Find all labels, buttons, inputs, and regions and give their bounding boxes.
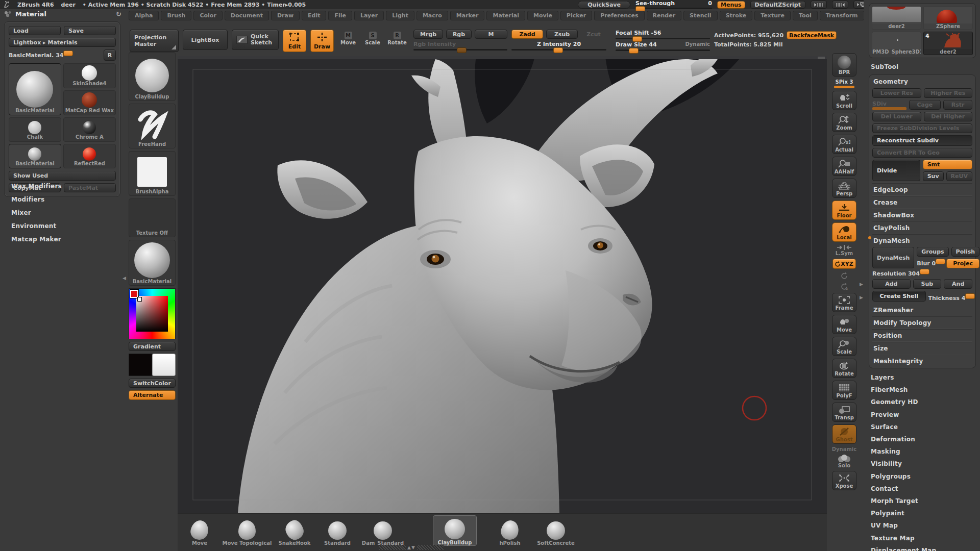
ghost-button[interactable]: Ghost (832, 424, 856, 444)
menu-item-render[interactable]: Render (647, 11, 682, 20)
menu-item-movie[interactable]: Movie (527, 11, 558, 20)
suv-button[interactable]: Suv (923, 171, 944, 181)
menu-item-macro[interactable]: Macro (416, 11, 448, 20)
zadd-button[interactable]: Zadd (511, 30, 543, 39)
menu-item-brush[interactable]: Brush (161, 11, 191, 20)
focal-shift-slider[interactable]: Focal Shift -56 (616, 30, 710, 39)
projection-master-button[interactable]: Projection Master (130, 30, 179, 52)
groups-button[interactable]: Groups (917, 247, 948, 257)
edit-button[interactable]: Edit (283, 30, 306, 52)
material-palette-header[interactable]: Material ↻ (4, 10, 121, 18)
section-environment[interactable]: Environment (4, 219, 120, 233)
geometry-header[interactable]: Geometry (872, 78, 972, 86)
current-brush-button[interactable]: ClayBuildup (129, 52, 176, 101)
load-material-button[interactable]: Load (9, 26, 61, 35)
project-button[interactable]: Projec (946, 259, 979, 268)
mrgb-button[interactable]: Mrgb (413, 30, 443, 39)
scroll-button[interactable]: Scroll (832, 91, 856, 110)
menu-item-edit[interactable]: Edit (302, 11, 326, 20)
brush-thumb-move-topological[interactable]: Move Topological (226, 517, 268, 546)
menu-item-picker[interactable]: Picker (560, 11, 592, 20)
zcut-button[interactable]: Zcut (581, 30, 606, 39)
brush-thumb-move[interactable]: Move (183, 517, 216, 546)
local-button[interactable]: Local (832, 222, 856, 242)
menu-item-layer[interactable]: Layer (354, 11, 384, 20)
edgeloop-subsection[interactable]: EdgeLoop (872, 183, 972, 194)
menu-item-preferences[interactable]: Preferences (594, 11, 644, 20)
document-canvas[interactable] (178, 56, 827, 513)
section-uv-map[interactable]: UV Map (869, 519, 976, 532)
left-gutter-collapse-arrow[interactable]: ◀ (122, 276, 126, 281)
material-thumb-chrome-a[interactable]: Chrome A (63, 117, 116, 142)
persp-button[interactable]: Persp (832, 179, 856, 198)
section-mixer[interactable]: Mixer (4, 206, 120, 219)
rotate-button[interactable]: RRotate (387, 30, 407, 45)
save-material-button[interactable]: Save (64, 26, 116, 35)
convert-bpr-button[interactable]: Convert BPR To Geo (872, 148, 972, 158)
lightbox-materials-button[interactable]: Lightbox ▸ Materials (9, 38, 116, 47)
divide-button[interactable]: Divide (872, 160, 920, 181)
shadowbox-subsection[interactable]: ShadowBox (872, 209, 972, 219)
brush-thumb-snakehook[interactable]: SnakeHook (278, 517, 311, 546)
rotate-y-icon[interactable] (840, 271, 849, 280)
quick-sketch-button[interactable]: Quick Sketch (232, 30, 279, 50)
color-swatches[interactable] (129, 354, 176, 376)
section-displacement-map[interactable]: Displacement Map (869, 544, 976, 551)
zsub-button[interactable]: Zsub (546, 30, 578, 39)
del-lower-button[interactable]: Del Lower (872, 112, 921, 121)
tool-thumb-deer2-selected[interactable]: 4 deer2 (923, 32, 973, 55)
del-higher-button[interactable]: Del Higher (924, 112, 973, 121)
blur-slider[interactable]: Blur 0 (917, 260, 944, 267)
menu-item-color[interactable]: Color (193, 11, 222, 20)
rotate-3d-button[interactable]: Rotate (832, 359, 856, 378)
section-polypaint[interactable]: Polypaint (869, 507, 976, 519)
brush-thumb-hpolish[interactable]: hPolish (493, 517, 527, 546)
lightbox-button[interactable]: LightBox (183, 30, 228, 50)
secondary-color-swatch[interactable] (152, 354, 176, 376)
rgb-intensity-slider[interactable]: Rgb Intensity (413, 41, 507, 51)
higher-res-button[interactable]: Higher Res (924, 88, 973, 98)
actual-size-button[interactable]: x1Actual (832, 135, 856, 154)
menu-item-transform[interactable]: Transform (820, 11, 864, 20)
section-surface[interactable]: Surface (869, 421, 976, 433)
rgb-button[interactable]: Rgb (446, 30, 472, 39)
menu-item-alpha[interactable]: Alpha (129, 11, 159, 20)
xyz-symmetry-button[interactable]: XYZ (832, 259, 856, 269)
polyframe-button[interactable]: PolyF (832, 381, 856, 400)
cage-button[interactable]: Cage (909, 100, 941, 110)
section-modifiers[interactable]: Modifiers (4, 193, 120, 206)
menu-item-light[interactable]: Light (386, 11, 414, 20)
brush-thumb-softconcrete[interactable]: SoftConcrete (536, 517, 576, 546)
scale-button[interactable]: SScale (362, 30, 383, 45)
solo-button[interactable]: Solo (837, 455, 852, 468)
create-shell-button[interactable]: Create Shell (872, 291, 926, 302)
move-3d-button[interactable]: Move (832, 315, 856, 334)
meshintegrity-subsection[interactable]: MeshIntegrity (872, 355, 972, 365)
sub-button[interactable]: Sub (913, 279, 942, 289)
default-zscript-button[interactable]: DefaultZScript (750, 1, 805, 9)
claypolish-subsection[interactable]: ClayPolish (872, 221, 972, 232)
refresh-icon[interactable]: ↻ (116, 10, 121, 18)
scale-3d-button[interactable]: Scale (832, 337, 856, 356)
menu-item-marker[interactable]: Marker (450, 11, 485, 20)
current-material-slider[interactable]: BasicMaterial. 34 R (9, 49, 116, 61)
current-material-button[interactable]: BasicMaterial (129, 240, 176, 286)
rotate-z-icon[interactable]: z (840, 282, 849, 290)
shelf-collapse-right-button[interactable] (832, 1, 848, 9)
lower-res-button[interactable]: Lower Res (872, 88, 921, 98)
gradient-button[interactable]: Gradient (129, 342, 176, 351)
transparency-button[interactable]: Transp (832, 403, 856, 422)
current-alpha-button[interactable]: BrushAlpha (129, 151, 176, 196)
backface-mask-button[interactable]: BackfaceMask (787, 31, 837, 39)
draw-size-slider[interactable]: Draw Size 44Dynamic (616, 41, 710, 51)
menu-item-material[interactable]: Material (486, 11, 525, 20)
draw-button[interactable]: Draw (310, 30, 334, 52)
section-fibermesh[interactable]: FiberMesh (869, 384, 976, 396)
xpose-button[interactable]: Xpose (832, 471, 856, 490)
position-subsection[interactable]: Position (872, 329, 972, 340)
subtool-section-header[interactable]: SubTool (869, 58, 976, 72)
material-thumb-chalk[interactable]: Chalk (9, 117, 61, 142)
dynamesh-subsection[interactable]: DynaMesh (872, 234, 972, 245)
brush-thumb-dam-standard[interactable]: Dam_Standard (363, 517, 402, 546)
polish-button[interactable]: Polish (951, 247, 980, 257)
